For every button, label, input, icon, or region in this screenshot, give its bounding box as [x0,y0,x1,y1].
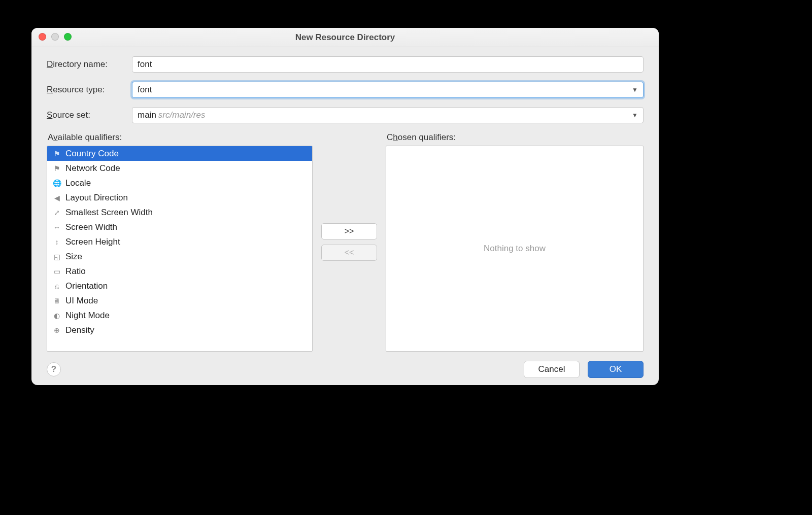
qualifier-item[interactable]: ⚑Network Code [47,161,312,176]
qualifier-item[interactable]: ⊕Density [47,323,312,337]
qualifier-label: Orientation [65,281,108,291]
qualifier-label: Smallest Screen Width [65,208,153,218]
directory-name-label: Directory name: [47,59,132,70]
monitor-icon: 🖥 [52,296,61,305]
qualifier-item[interactable]: ◀Layout Direction [47,190,312,205]
qualifier-item[interactable]: ⚑Country Code [47,146,312,161]
globe-icon: 🌐 [52,179,61,188]
cancel-button[interactable]: Cancel [524,361,580,378]
qualifier-item[interactable]: ↔Screen Width [47,220,312,234]
arrow-left-box-icon: ◀ [52,193,61,202]
resource-type-select[interactable]: font ▼ [132,82,644,98]
chosen-qualifiers-column: Chosen qualifiers: Nothing to show [386,132,644,352]
chosen-qualifiers-list[interactable]: Nothing to show [386,146,644,352]
qualifier-label: Locale [65,178,91,188]
add-qualifier-button[interactable]: >> [321,223,377,239]
width-icon: ↔ [52,223,61,232]
qualifier-label: Density [65,325,94,335]
qualifier-item[interactable]: ◐Night Mode [47,308,312,323]
qualifiers-area: Available qualifiers: ⚑Country Code⚑Netw… [47,132,644,352]
qualifier-item[interactable]: ▭Ratio [47,264,312,279]
chevron-down-icon: ▼ [632,112,638,119]
directory-name-input[interactable]: font [132,56,644,73]
new-resource-directory-dialog: New Resource Directory Directory name: f… [31,28,659,385]
flag-icon: ⚑ [52,164,61,173]
window-controls [39,33,72,41]
help-button[interactable]: ? [47,362,61,376]
minimize-icon [51,33,59,41]
available-qualifiers-column: Available qualifiers: ⚑Country Code⚑Netw… [47,132,313,352]
chevron-down-icon: ▼ [632,86,638,93]
density-icon: ⊕ [52,326,61,335]
qualifier-label: Layout Direction [65,193,128,203]
resource-type-label: Resource type: [47,85,132,95]
source-set-row: Source set: main src/main/res ▼ [47,107,644,123]
chosen-empty-text: Nothing to show [386,146,643,351]
moon-icon: ◐ [52,311,61,320]
available-qualifiers-label: Available qualifiers: [48,132,313,143]
expand-icon: ⤢ [52,208,61,217]
move-buttons-column: >> << [319,132,380,352]
qualifier-item[interactable]: ↕Screen Height [47,234,312,249]
qualifier-item[interactable]: ⎌Orientation [47,279,312,293]
qualifier-item[interactable]: ⤢Smallest Screen Width [47,205,312,220]
source-set-value: main [138,110,156,120]
qualifier-item[interactable]: 🖥UI Mode [47,293,312,308]
titlebar: New Resource Directory [31,28,659,47]
source-set-label: Source set: [47,110,132,120]
dialog-title: New Resource Directory [295,32,395,43]
qualifier-label: Ratio [65,266,86,277]
ratio-icon: ▭ [52,267,61,276]
remove-qualifier-button[interactable]: << [321,245,377,261]
size-icon: ◱ [52,252,61,261]
orientation-icon: ⎌ [52,282,61,291]
available-qualifiers-list[interactable]: ⚑Country Code⚑Network Code🌐Locale◀Layout… [47,146,313,352]
qualifier-item[interactable]: ◱Size [47,249,312,264]
dialog-content: Directory name: font Resource type: font… [31,47,659,357]
resource-type-row: Resource type: font ▼ [47,82,644,98]
qualifier-label: Country Code [65,149,119,159]
ok-button[interactable]: OK [588,361,644,378]
qualifier-label: Screen Height [65,237,120,247]
zoom-icon[interactable] [64,33,72,41]
dialog-footer: ? Cancel OK [31,357,659,385]
source-set-hint: src/main/res [158,110,206,120]
flag-icon: ⚑ [52,149,61,158]
close-icon[interactable] [39,33,46,41]
qualifier-label: UI Mode [65,296,98,306]
qualifier-item[interactable]: 🌐Locale [47,176,312,190]
directory-name-row: Directory name: font [47,56,644,73]
qualifier-label: Network Code [65,163,120,174]
qualifier-label: Screen Width [65,222,117,232]
source-set-select[interactable]: main src/main/res ▼ [132,107,644,123]
chosen-qualifiers-label: Chosen qualifiers: [387,132,644,143]
qualifier-label: Size [65,252,82,262]
resource-type-value: font [138,85,152,95]
qualifier-label: Night Mode [65,311,110,321]
height-icon: ↕ [52,237,61,247]
